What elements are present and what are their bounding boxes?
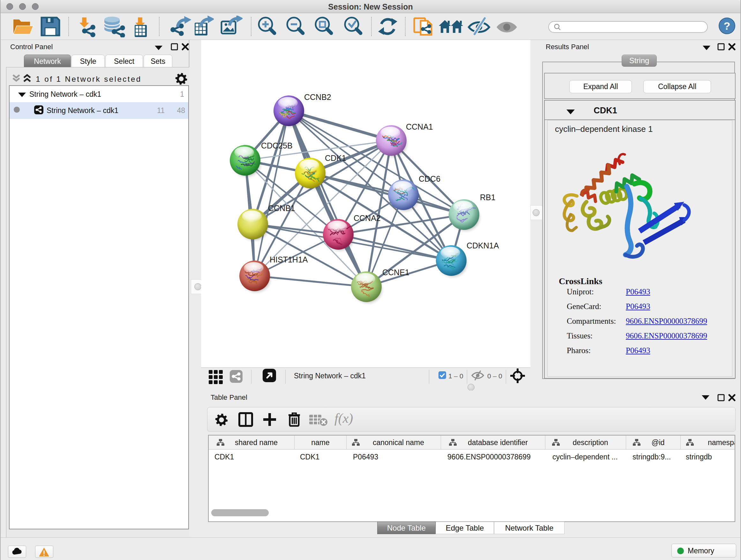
svg-text:CCNA1: CCNA1	[406, 122, 433, 131]
svg-text:CCNA2: CCNA2	[354, 213, 381, 223]
svg-text:CDC25B: CDC25B	[261, 141, 293, 150]
svg-text:RB1: RB1	[480, 193, 495, 202]
svg-text:CDC6: CDC6	[419, 174, 441, 183]
svg-text:CCNE1: CCNE1	[382, 268, 409, 277]
svg-text:?: ?	[724, 20, 731, 32]
svg-text:CCNB1: CCNB1	[268, 204, 295, 212]
svg-text:HIST1H1A: HIST1H1A	[270, 255, 308, 264]
svg-text:CCNB2: CCNB2	[304, 92, 331, 102]
svg-text:CDK1: CDK1	[325, 153, 346, 163]
svg-text:CDKN1A: CDKN1A	[467, 241, 499, 250]
